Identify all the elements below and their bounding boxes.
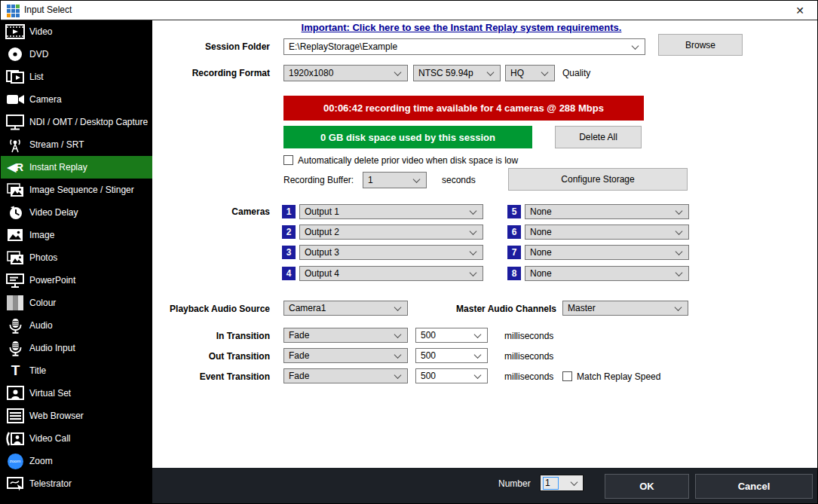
close-button[interactable]: ✕: [790, 3, 810, 18]
match-replay-speed-checkbox[interactable]: [562, 371, 572, 381]
close-icon: ✕: [795, 5, 804, 17]
camera-6-combobox[interactable]: None: [525, 225, 689, 240]
auto-delete-checkbox[interactable]: [283, 155, 293, 165]
camera-3-combobox[interactable]: Output 3: [299, 245, 483, 260]
sidebar-item-label: Image: [29, 230, 54, 240]
vmix-grid-icon: [7, 5, 20, 17]
colour-swatch-icon: [1, 295, 29, 310]
sidebar-item-virtual-set[interactable]: Virtual Set: [1, 382, 152, 405]
film-strip-icon: [1, 24, 29, 39]
frame-rate-combobox[interactable]: NTSC 59.94p: [413, 65, 501, 81]
sidebar-item-audio-input[interactable]: Audio Input: [1, 337, 152, 359]
cameras-label: Cameras: [160, 206, 270, 217]
quality-label: Quality: [562, 68, 590, 78]
sidebar-item-camera[interactable]: Camera: [1, 88, 152, 111]
sidebar-item-label: DVD: [29, 49, 48, 60]
in-transition-effect-combobox[interactable]: Fade: [283, 328, 408, 343]
cancel-button[interactable]: Cancel: [695, 474, 813, 499]
image-stack-icon: [1, 182, 29, 198]
disk-usage-banner: 0 GB disk space used by this session: [283, 126, 532, 148]
session-folder-label: Session Folder: [160, 41, 270, 52]
sidebar-item-label: Audio: [29, 320, 53, 331]
camera-8-combobox[interactable]: None: [525, 266, 689, 281]
session-folder-combobox[interactable]: E:\ReplayStorage\Example: [283, 38, 645, 55]
out-transition-label: Out Transition: [160, 351, 270, 362]
browser-lines-icon: [1, 408, 29, 423]
sidebar-item-instant-replay[interactable]: ◀R Instant Replay: [1, 156, 152, 179]
instant-replay-settings-panel: Important: Click here to see the Instant…: [152, 20, 818, 468]
playback-audio-source-combobox[interactable]: Camera1: [283, 301, 408, 316]
camera-5-combobox[interactable]: None: [525, 204, 689, 219]
sidebar-item-ndi-omt-desktop-capture[interactable]: NDI / OMT / Desktop Capture: [1, 111, 152, 133]
sidebar-item-image[interactable]: Image: [1, 224, 152, 246]
delete-all-button[interactable]: Delete All: [555, 126, 642, 148]
sidebar-item-video[interactable]: Video: [1, 20, 152, 43]
monitor-icon: [1, 115, 29, 130]
camera-7-combobox[interactable]: None: [525, 245, 689, 260]
in-transition-label: In Transition: [160, 331, 270, 341]
sidebar-item-label: Photos: [29, 252, 57, 263]
sidebar-item-video-delay[interactable]: Video Delay: [1, 201, 152, 224]
sidebar-item-label: Stream / SRT: [29, 139, 84, 150]
virtual-set-icon: [1, 386, 29, 401]
camera-1-combobox[interactable]: Output 1: [299, 204, 483, 219]
event-transition-duration-combobox[interactable]: 500: [415, 368, 488, 383]
ok-button[interactable]: OK: [605, 474, 689, 499]
input-type-sidebar: Video DVD List Camera NDI / OMT / Deskto…: [1, 20, 152, 504]
sidebar-item-dvd[interactable]: DVD: [1, 43, 152, 66]
recording-buffer-label: Recording Buffer:: [283, 175, 354, 185]
sidebar-item-photos[interactable]: Photos: [1, 246, 152, 269]
master-audio-channels-combobox[interactable]: Master: [562, 301, 688, 316]
event-transition-effect-combobox[interactable]: Fade: [283, 368, 408, 383]
out-transition-effect-combobox[interactable]: Fade: [283, 348, 408, 363]
resolution-combobox[interactable]: 1920x1080: [283, 65, 408, 81]
out-transition-duration-combobox[interactable]: 500: [415, 348, 488, 363]
zoom-logo-icon: zoom: [1, 454, 29, 469]
auto-delete-label: Automatically delete prior video when di…: [298, 155, 518, 166]
sidebar-item-label: Video Call: [29, 433, 70, 444]
sidebar-item-image-sequence-stinger[interactable]: Image Sequence / Stinger: [1, 179, 152, 201]
camera-4-combobox[interactable]: Output 4: [299, 266, 483, 281]
sidebar-item-stream-srt[interactable]: Stream / SRT: [1, 133, 152, 156]
event-transition-unit: milliseconds: [504, 371, 553, 382]
photos-stack-icon: [1, 250, 29, 266]
camera-number-badge: 5: [507, 205, 521, 218]
letter-t-icon: T: [1, 362, 29, 379]
clock-delay-icon: [1, 205, 29, 221]
sidebar-item-label: Instant Replay: [29, 162, 87, 173]
video-call-icon: [1, 431, 29, 447]
in-transition-duration-combobox[interactable]: 500: [415, 328, 488, 343]
sidebar-item-colour[interactable]: Colour: [1, 292, 152, 314]
presentation-icon: [1, 273, 29, 289]
number-label: Number: [498, 478, 531, 489]
out-transition-unit: milliseconds: [504, 351, 553, 362]
match-replay-speed-label: Match Replay Speed: [577, 371, 660, 382]
browse-button[interactable]: Browse: [658, 34, 743, 56]
telestrator-icon: [1, 476, 29, 492]
sidebar-item-label: Colour: [29, 298, 56, 308]
title-bar: Input Select ✕: [1, 1, 817, 20]
sidebar-item-list[interactable]: List: [1, 66, 152, 88]
configure-storage-button[interactable]: Configure Storage: [508, 168, 688, 191]
sidebar-item-zoom[interactable]: zoom Zoom: [1, 450, 152, 472]
recording-buffer-combobox[interactable]: 1: [363, 172, 427, 188]
sidebar-item-web-browser[interactable]: Web Browser: [1, 405, 152, 427]
sidebar-item-video-call[interactable]: Video Call: [1, 427, 152, 450]
camera-2-combobox[interactable]: Output 2: [299, 225, 483, 240]
system-requirements-link[interactable]: Important: Click here to see the Instant…: [273, 22, 650, 33]
quality-combobox[interactable]: HQ: [505, 65, 555, 81]
camera-number-badge: 2: [282, 225, 296, 239]
playback-audio-source-label: Playback Audio Source: [160, 304, 270, 314]
sidebar-item-label: PowerPoint: [29, 275, 75, 286]
sidebar-item-title[interactable]: T Title: [1, 359, 152, 382]
input-select-dialog: Input Select ✕ Video DVD List Camera NDI…: [0, 0, 818, 504]
camera-number-badge: 1: [282, 205, 296, 218]
sidebar-item-powerpoint[interactable]: PowerPoint: [1, 269, 152, 292]
number-combobox[interactable]: 1: [540, 475, 584, 491]
sidebar-item-audio[interactable]: Audio: [1, 314, 152, 337]
sidebar-item-telestrator[interactable]: Telestrator: [1, 472, 152, 495]
sidebar-item-label: NDI / OMT / Desktop Capture: [29, 117, 148, 127]
camera-number-badge: 8: [507, 267, 521, 280]
sidebar-item-label: Image Sequence / Stinger: [29, 185, 134, 195]
camera-number-badge: 3: [282, 246, 296, 259]
